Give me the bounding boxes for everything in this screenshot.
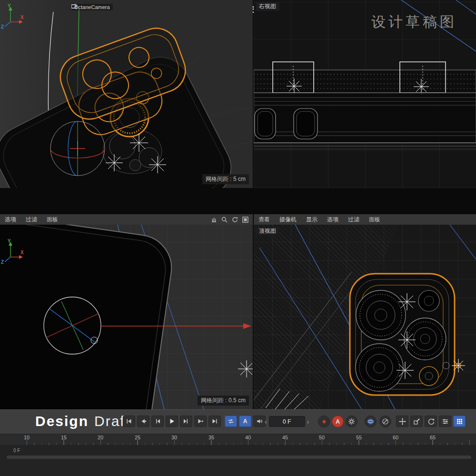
timeline-ruler[interactable]: 10 15 20 25 30 35 40 45 50 55 60 65	[0, 433, 476, 446]
ruler-number: 35	[208, 435, 214, 440]
camera-label[interactable]: OctaneCamera	[71, 4, 113, 10]
range-start-label: 0 F	[13, 448, 20, 453]
timeline-scrollbar[interactable]	[7, 456, 471, 459]
lens-top-left[interactable]	[356, 290, 406, 340]
perspective-canvas[interactable]	[0, 0, 253, 188]
viewport-top-view[interactable]: 顶视图	[254, 225, 476, 409]
menu-options[interactable]: 选项	[0, 216, 21, 224]
construction-line	[450, 225, 476, 259]
axis-gizmo[interactable]: Y X Z	[0, 238, 25, 265]
c4d-application-window: Derived from multiple accumulated experi…	[0, 0, 476, 476]
axis-x-label: X	[20, 15, 24, 20]
record-position-button[interactable]	[396, 416, 408, 427]
keying-settings-button[interactable]	[346, 416, 357, 427]
camera-label-text: OctaneCamera	[74, 4, 110, 10]
case-edge-line	[260, 281, 358, 409]
autokey-button[interactable]: A	[239, 416, 251, 427]
caption-text: DesignDraft	[35, 413, 130, 429]
keyframe-selection-button[interactable]	[365, 416, 377, 427]
axis-gizmo[interactable]: Y X Z	[0, 3, 25, 30]
case-edge-line	[254, 272, 351, 400]
frame-increment[interactable]: ›	[307, 418, 309, 425]
normal-starburst	[106, 154, 123, 171]
menu-filter[interactable]: 过滤	[21, 216, 42, 224]
lens-right[interactable]	[404, 318, 446, 360]
record-parameter-icon	[442, 418, 449, 425]
record-controls: A	[318, 416, 357, 427]
ruler-number: 60	[393, 435, 398, 440]
record-scale-button[interactable]	[410, 416, 423, 427]
record-scale-icon	[413, 418, 420, 425]
ruler-number: 55	[356, 435, 362, 440]
ruler-number: 10	[24, 435, 30, 440]
ruler-number: 15	[61, 435, 67, 440]
grid-spacing-badge: 网格间距 : 5 cm	[202, 174, 249, 184]
blue-sphere-icon	[367, 418, 374, 425]
prev-frame-icon	[154, 418, 161, 425]
case-side-top-plate[interactable]	[254, 70, 476, 93]
record-keyframe-button[interactable]	[318, 416, 330, 427]
construction-line	[456, 0, 476, 14]
lens-bottom-left[interactable]	[356, 344, 403, 391]
record-rotation-icon	[427, 418, 435, 425]
pan-hand-icon[interactable]	[210, 216, 218, 223]
axis-y-label: Y	[8, 3, 11, 9]
compass-icon	[382, 418, 389, 425]
menu-filter[interactable]: 过滤	[343, 216, 364, 224]
timeline-range-strip: 0 F	[0, 445, 476, 476]
viewport-right-view[interactable]: 右视图 设计草稿图	[254, 0, 476, 188]
loop-icon	[228, 418, 234, 425]
ruler-number: 40	[245, 435, 251, 440]
zoom-icon[interactable]	[221, 216, 228, 223]
record-pla-icon	[456, 418, 463, 425]
viewport-menubar-right: 查看 摄像机 显示 选项 过滤 面板	[254, 214, 476, 225]
grid-spacing-badge: 网格间距 : 0.5 cm	[198, 396, 249, 406]
ruler-number: 20	[98, 435, 103, 440]
film-slate-icon	[71, 4, 77, 9]
current-frame-input[interactable]: 0 F	[269, 416, 305, 427]
loop-playback-button[interactable]	[225, 416, 237, 427]
viewport-perspective[interactable]: OctaneCamera	[0, 0, 253, 188]
mic-circle[interactable]	[419, 367, 438, 386]
menu-view[interactable]: 查看	[254, 216, 275, 224]
menu-panel[interactable]: 面板	[42, 216, 63, 224]
menu-panel[interactable]: 面板	[364, 216, 385, 224]
axis-y-label: Y	[8, 238, 11, 244]
case-side-body[interactable]	[254, 93, 476, 149]
ruler-number: 45	[282, 435, 288, 440]
gear-icon	[348, 418, 355, 425]
skip-start-icon	[126, 418, 132, 425]
next-frame-button[interactable]	[180, 416, 192, 427]
viewport-front[interactable]: Y X Z 网格间距 : 0.5 cm	[0, 225, 253, 409]
solo-animation-button[interactable]	[379, 416, 391, 427]
next-key-button[interactable]	[194, 416, 207, 427]
auto-keying-button[interactable]: A	[332, 416, 344, 427]
record-parameter-button[interactable]	[439, 416, 451, 427]
maximize-view-icon[interactable]	[242, 216, 249, 223]
ruler-number: 30	[171, 435, 177, 440]
skip-end-button[interactable]	[208, 416, 221, 427]
menu-options[interactable]: 选项	[322, 216, 343, 224]
record-pla-button[interactable]	[453, 416, 466, 427]
record-rotation-button[interactable]	[425, 416, 437, 427]
next-frame-icon	[183, 418, 189, 425]
playback-toggles: A	[225, 416, 266, 427]
flash-circle[interactable]	[418, 290, 439, 311]
caption-bold: Design	[35, 413, 89, 429]
frame-decrement[interactable]: ‹	[265, 418, 267, 425]
prev-key-button[interactable]	[137, 416, 149, 427]
menu-camera[interactable]: 摄像机	[275, 216, 301, 224]
prev-frame-button[interactable]	[151, 416, 164, 427]
rotate-view-icon[interactable]	[231, 216, 238, 223]
phone-front-body[interactable]	[0, 225, 176, 409]
normal-starburst	[238, 360, 253, 377]
front-canvas[interactable]	[0, 225, 253, 409]
top-view-canvas[interactable]	[254, 225, 476, 409]
sound-button[interactable]	[253, 416, 266, 427]
play-button[interactable]	[166, 416, 178, 427]
menu-display[interactable]: 显示	[301, 216, 322, 224]
speaker-icon	[256, 418, 263, 425]
prev-key-icon	[140, 418, 147, 425]
auto-keying-label: A	[336, 418, 340, 425]
skip-start-button[interactable]	[123, 416, 135, 427]
